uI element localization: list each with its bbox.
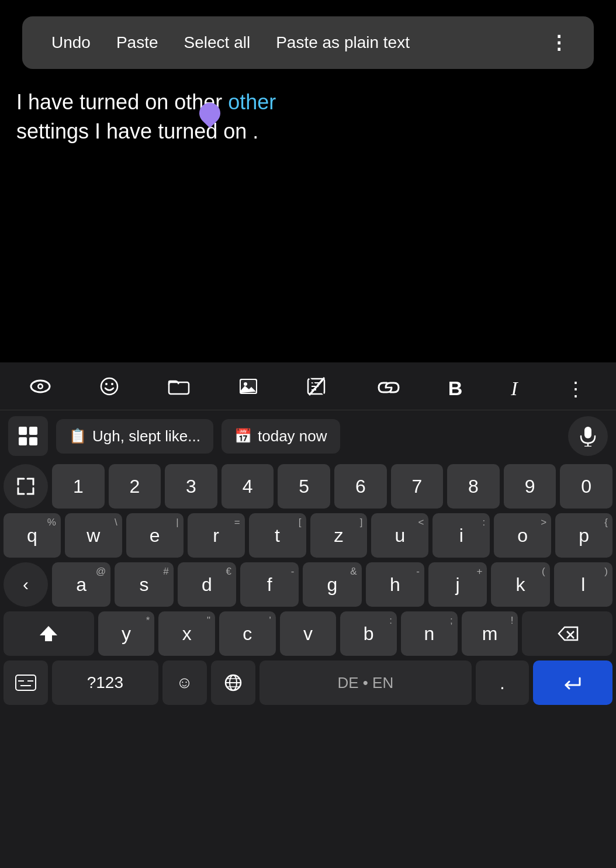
cursor-drop: [195, 98, 225, 128]
keyboard-area: B I ⋮ 📋 Ugh, slept like... 📅 today now: [0, 362, 616, 868]
link-other[interactable]: other: [228, 90, 276, 114]
key-7[interactable]: 7: [391, 464, 444, 509]
key-w[interactable]: w\: [65, 513, 122, 558]
yxcvbnm-row: y* x" c' v b: n; m!: [0, 609, 616, 658]
image-icon[interactable]: [234, 372, 263, 405]
key-u[interactable]: u<: [371, 513, 428, 558]
key-4[interactable]: 4: [222, 464, 274, 509]
key-h[interactable]: h-: [366, 562, 424, 607]
key-k[interactable]: k(: [491, 562, 549, 607]
key-5[interactable]: 5: [278, 464, 330, 509]
space-bar[interactable]: DE • EN: [259, 660, 472, 705]
key-3[interactable]: 3: [165, 464, 217, 509]
context-menu: Undo Paste Select all Paste as plain tex…: [22, 16, 594, 69]
key-e[interactable]: e|: [126, 513, 184, 558]
key-s[interactable]: s#: [115, 562, 173, 607]
select-all-button[interactable]: Select all: [171, 29, 264, 57]
key-m[interactable]: m!: [462, 611, 518, 656]
keyboard-layout-button[interactable]: [4, 660, 48, 705]
undo-button[interactable]: Undo: [39, 29, 103, 57]
more-options-button[interactable]: ⋮: [541, 27, 577, 58]
smiley-icon[interactable]: [95, 372, 124, 405]
suggestion-chip-2-text: today now: [258, 427, 327, 445]
asdf-row: ‹ a@ s# d€ f- g& h- j+ k( l): [0, 560, 616, 609]
svg-rect-21: [29, 437, 37, 445]
key-d[interactable]: d€: [178, 562, 236, 607]
suggestions-grid-button[interactable]: [8, 416, 48, 456]
suggestion-chip-1-text: Ugh, slept like...: [92, 427, 200, 445]
key-j[interactable]: j+: [428, 562, 487, 607]
key-l[interactable]: l): [554, 562, 612, 607]
key-v[interactable]: v: [280, 611, 337, 656]
key-n[interactable]: n;: [401, 611, 458, 656]
clock-icon: 📅: [234, 428, 252, 444]
key-0[interactable]: 0: [560, 464, 612, 509]
suggestion-chip-2[interactable]: 📅 today now: [222, 419, 340, 454]
key-x[interactable]: x": [158, 611, 215, 656]
svg-rect-22: [584, 427, 591, 438]
svg-point-5: [111, 383, 113, 385]
mic-button[interactable]: [568, 416, 608, 456]
period-key[interactable]: .: [476, 660, 529, 705]
svg-point-2: [39, 385, 42, 388]
text-line2: settings I have turned on .: [16, 119, 258, 143]
backspace-button[interactable]: [522, 611, 612, 656]
keyboard-toolbar: B I ⋮: [0, 362, 616, 410]
key-8[interactable]: 8: [447, 464, 500, 509]
emoji-button[interactable]: ☺: [162, 660, 207, 705]
key-y[interactable]: y*: [98, 611, 155, 656]
key-i[interactable]: i:: [432, 513, 490, 558]
key-c[interactable]: c': [219, 611, 276, 656]
svg-point-3: [101, 378, 117, 395]
key-o[interactable]: o>: [494, 513, 551, 558]
svg-rect-28: [16, 675, 36, 690]
enter-button[interactable]: [533, 660, 612, 705]
suggestion-chip-1[interactable]: 📋 Ugh, slept like...: [56, 419, 213, 454]
no-format-icon[interactable]: [302, 372, 334, 405]
text-content: I have turned on other: [16, 90, 228, 114]
key-a[interactable]: a@: [52, 562, 110, 607]
svg-rect-20: [19, 437, 27, 445]
key-1[interactable]: 1: [52, 464, 105, 509]
clipboard-icon: 📋: [69, 428, 86, 444]
bottom-row: ?123 ☺ DE • EN .: [0, 658, 616, 707]
key-z[interactable]: z]: [310, 513, 368, 558]
eye-icon[interactable]: [25, 374, 56, 403]
link-icon[interactable]: [373, 374, 404, 403]
expand-keyboard-button[interactable]: [4, 464, 48, 509]
key-r[interactable]: r=: [188, 513, 245, 558]
paste-button[interactable]: Paste: [103, 29, 171, 57]
globe-button[interactable]: [211, 660, 255, 705]
back-arrow-button[interactable]: ‹: [4, 562, 48, 607]
cursor-handle[interactable]: [199, 99, 221, 127]
key-2[interactable]: 2: [109, 464, 161, 509]
toolbar-more-icon[interactable]: ⋮: [561, 372, 590, 405]
key-9[interactable]: 9: [504, 464, 556, 509]
key-p[interactable]: p{: [555, 513, 612, 558]
svg-rect-19: [29, 427, 37, 435]
key-b[interactable]: b:: [340, 611, 397, 656]
key-q[interactable]: q%: [4, 513, 61, 558]
number-row: 1 2 3 4 5 6 7 8 9 0: [0, 462, 616, 511]
key-6[interactable]: 6: [334, 464, 387, 509]
text-area[interactable]: I have turned on other other settings I …: [0, 76, 616, 362]
shift-button[interactable]: [4, 611, 94, 656]
svg-marker-25: [40, 626, 57, 641]
qwerty-row: q% w\ e| r= t[ z] u< i: o> p{: [0, 511, 616, 560]
key-f[interactable]: f-: [240, 562, 299, 607]
numbers-switch-button[interactable]: ?123: [52, 660, 158, 705]
key-t[interactable]: t[: [249, 513, 306, 558]
svg-rect-18: [19, 427, 27, 435]
italic-icon[interactable]: I: [506, 373, 522, 404]
suggestions-row: 📋 Ugh, slept like... 📅 today now: [0, 410, 616, 462]
bold-icon[interactable]: B: [444, 372, 468, 404]
folder-icon[interactable]: [163, 373, 195, 404]
svg-point-9: [244, 382, 247, 386]
key-g[interactable]: g&: [303, 562, 361, 607]
svg-point-4: [105, 383, 108, 385]
paste-plain-text-button[interactable]: Paste as plain text: [263, 29, 423, 57]
